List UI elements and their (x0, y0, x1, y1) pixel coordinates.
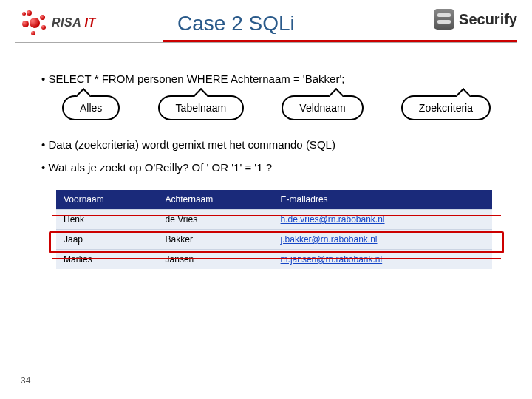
slide-header: RISA IT Case 2 SQLi Securify (0, 0, 532, 47)
logo-securify: Securify (434, 9, 517, 30)
email-link[interactable]: m.jansen@rn.rabobank.nl (281, 254, 383, 265)
logo-risa: RISA IT (22, 10, 96, 35)
cell-email: j.bakker@rn.rabobank.nl (273, 230, 492, 250)
bullet-whatif: Wat als je zoekt op O'Reilly? Of ' OR '1… (41, 161, 491, 174)
callout-alles-label: Alles (80, 102, 102, 114)
slide-content: SELECT * FROM personen WHERE Achternaam … (0, 47, 532, 269)
securify-icon (434, 9, 454, 30)
callout-zoekcriteria: Zoekcriteria (401, 95, 491, 120)
cell-email: h.de.vries@rn.rabobank.nl (273, 210, 492, 230)
result-table: Voornaam Achternaam E-mailadres Henk de … (56, 190, 492, 269)
page-number: 34 (21, 375, 30, 386)
callout-tabelnaam: Tabelnaam (158, 95, 245, 120)
slide-title: Case 2 SQLi (177, 12, 295, 35)
callout-row: Alles Tabelnaam Veldnaam Zoekcriteria (62, 95, 491, 120)
col-email: E-mailadres (273, 190, 492, 210)
logo-securify-text: Securify (459, 11, 517, 28)
table-header-row: Voornaam Achternaam E-mailadres (56, 190, 492, 210)
strike-line-top (52, 215, 501, 216)
callout-tabelnaam-label: Tabelnaam (176, 102, 227, 114)
table-row: Henk de Vries h.de.vries@rn.rabobank.nl (56, 210, 492, 230)
strike-line-bottom (52, 258, 501, 259)
bullet-mix: Data (zoekcriteria) wordt gemixt met het… (41, 138, 491, 151)
callout-alles: Alles (62, 95, 120, 120)
callout-veldnaam: Veldnaam (282, 95, 363, 120)
cell-achternaam: de Vries (158, 210, 273, 230)
callout-zoekcriteria-label: Zoekcriteria (419, 102, 473, 114)
callout-veldnaam-label: Veldnaam (299, 102, 345, 114)
email-link[interactable]: j.bakker@rn.rabobank.nl (281, 234, 378, 245)
header-divider (15, 42, 517, 43)
cell-achternaam: Bakker (158, 230, 273, 250)
logo-risa-text: RISA IT (52, 16, 96, 30)
risa-balls-icon (22, 10, 47, 35)
col-achternaam: Achternaam (158, 190, 273, 210)
table-row: Jaap Bakker j.bakker@rn.rabobank.nl (56, 230, 492, 250)
result-table-wrap: Voornaam Achternaam E-mailadres Henk de … (56, 190, 491, 269)
col-voornaam: Voornaam (56, 190, 158, 210)
bullet-sql: SELECT * FROM personen WHERE Achternaam … (41, 72, 491, 85)
cell-voornaam: Jaap (56, 230, 158, 250)
cell-voornaam: Henk (56, 210, 158, 230)
